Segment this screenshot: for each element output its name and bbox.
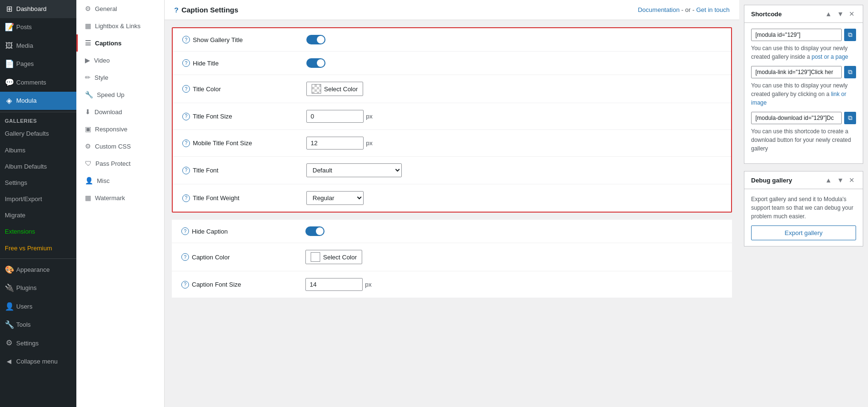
sidebar-item-migrate[interactable]: Migrate [0, 207, 76, 224]
title-font-control: Default Arial Helvetica Georgia Times Ne… [306, 163, 722, 177]
sub-sidebar-style[interactable]: ✏ Style [76, 69, 164, 86]
page-title: ? Caption Settings [174, 6, 238, 14]
shortcode-widget-controls: ▲ ▼ ✕ [824, 10, 856, 18]
show-gallery-title-help[interactable]: ? [182, 36, 190, 43]
hide-caption-toggle[interactable] [305, 226, 324, 236]
title-font-size-help[interactable]: ? [182, 113, 190, 120]
get-in-touch-link[interactable]: Get in touch [696, 6, 730, 13]
shortcode-collapse-down[interactable]: ▼ [836, 10, 845, 18]
sidebar-item-tools[interactable]: 🔧 Tools [0, 316, 76, 334]
shortcode-input-3[interactable] [751, 112, 842, 124]
debug-collapse-down[interactable]: ▼ [836, 176, 845, 184]
pages-icon: 📄 [5, 59, 13, 69]
hide-title-toggle[interactable] [306, 58, 325, 68]
pass-protect-icon: 🛡 [85, 160, 92, 167]
sidebar-item-users[interactable]: 👤 Users [0, 298, 76, 316]
sidebar-item-gallery-defaults[interactable]: Gallery Defaults [0, 126, 76, 142]
mobile-title-font-size-help[interactable]: ? [182, 139, 190, 147]
title-font-help[interactable]: ? [182, 167, 190, 174]
sidebar-item-appearance[interactable]: 🎨 Appearance [0, 261, 76, 279]
sidebar-item-import-export[interactable]: Import/Export [0, 191, 76, 207]
title-font-size-row: ? Title Font Size px [173, 103, 731, 130]
sidebar-item-pages[interactable]: 📄 Pages [0, 55, 76, 73]
sub-sidebar-custom-css[interactable]: ⚙ Custom CSS [76, 138, 164, 155]
copy-shortcode-1[interactable]: ⧉ [844, 29, 856, 41]
sub-sidebar-pass-protect[interactable]: 🛡 Pass Protect [76, 155, 164, 172]
sub-sidebar-misc[interactable]: 👤 Misc [76, 172, 164, 189]
sub-sidebar-captions[interactable]: ☰ Captions [76, 34, 164, 52]
caption-font-size-input[interactable] [305, 278, 363, 291]
download-icon: ⬇ [85, 108, 91, 116]
sidebar-item-extensions[interactable]: Extensions [0, 224, 76, 240]
shortcode-close[interactable]: ✕ [847, 10, 856, 18]
sub-sidebar-lightbox[interactable]: ▦ Lightbox & Links [76, 17, 164, 34]
sub-sidebar-responsive[interactable]: ▣ Responsive [76, 120, 164, 138]
right-sidebar: Shortcode ▲ ▼ ✕ ⧉ You can use this to di… [739, 0, 868, 407]
hide-caption-row: ? Hide Caption [172, 220, 732, 243]
sidebar-item-media[interactable]: 🖼 Media [0, 37, 76, 55]
documentation-link[interactable]: Documentation [638, 6, 680, 13]
title-color-label: ? Title Color [182, 85, 306, 93]
sub-sidebar-video[interactable]: ▶ Video [76, 52, 164, 69]
caption-font-size-unit: px [365, 281, 372, 288]
sidebar-item-plugins[interactable]: 🔌 Plugins [0, 279, 76, 297]
shortcode-collapse-up[interactable]: ▲ [824, 10, 833, 18]
sidebar-item-comments[interactable]: 💬 Comments [0, 74, 76, 92]
sidebar-item-albums[interactable]: Albums [0, 142, 76, 159]
export-gallery-button[interactable]: Export gallery [751, 225, 856, 240]
debug-close[interactable]: ✕ [847, 176, 856, 184]
caption-color-button[interactable]: Select Color [305, 250, 362, 264]
style-icon: ✏ [85, 74, 91, 81]
link-or-image-link[interactable]: link or image [751, 91, 846, 106]
sub-sidebar-watermark[interactable]: ▦ Watermark [76, 189, 164, 206]
title-font-weight-help[interactable]: ? [182, 194, 190, 202]
sidebar-item-free-vs-premium[interactable]: Free vs Premium [0, 240, 76, 257]
title-color-row: ? Title Color Select Color [173, 75, 731, 103]
hide-title-help[interactable]: ? [182, 59, 190, 67]
shortcode-desc-2: You can use this to display your newly c… [751, 81, 856, 107]
title-font-weight-label: ? Title Font Weight [182, 194, 306, 202]
debug-widget: Debug gallery ▲ ▼ ✕ Export gallery and s… [744, 171, 863, 246]
sidebar-item-modula[interactable]: ◈ Modula [0, 92, 76, 110]
shortcode-input-row-1: ⧉ [751, 29, 856, 41]
mobile-title-font-size-input[interactable] [306, 137, 364, 150]
caption-font-size-wrap: px [305, 278, 372, 291]
users-icon: 👤 [5, 301, 13, 312]
hide-caption-help[interactable]: ? [181, 227, 189, 235]
sidebar-item-posts[interactable]: 📝 Posts [0, 18, 76, 36]
menu-divider-2 [0, 258, 76, 259]
shortcode-input-1[interactable] [751, 29, 842, 41]
copy-shortcode-2[interactable]: ⧉ [844, 66, 856, 78]
speed-up-icon: 🔧 [85, 91, 93, 98]
sidebar-item-album-defaults[interactable]: Album Defaults [0, 159, 76, 175]
title-font-weight-select[interactable]: Regular Bold Light Normal [306, 191, 364, 205]
caption-color-help[interactable]: ? [181, 253, 189, 261]
debug-description: Export gallery and send it to Modula's s… [751, 195, 856, 221]
sidebar-item-collapse[interactable]: ◄ Collapse menu [0, 353, 76, 371]
show-gallery-title-row: ? Show Gallery Title [173, 28, 731, 52]
mobile-title-font-size-unit: px [366, 139, 373, 147]
sidebar-item-settings[interactable]: Settings [0, 175, 76, 191]
show-gallery-title-toggle[interactable] [306, 35, 325, 44]
title-font-select[interactable]: Default Arial Helvetica Georgia Times Ne… [306, 163, 402, 177]
title-color-button[interactable]: Select Color [306, 82, 363, 96]
sub-sidebar-download[interactable]: ⬇ Download [76, 103, 164, 120]
title-color-help[interactable]: ? [182, 85, 190, 93]
settings-area: ? Show Gallery Title ? Hide Title [165, 27, 739, 298]
watermark-icon: ▦ [85, 194, 91, 202]
sub-sidebar-general[interactable]: ⚙ General [76, 0, 164, 17]
caption-color-preview [311, 252, 320, 262]
hide-title-row: ? Hide Title [173, 52, 731, 75]
caption-font-size-help[interactable]: ? [181, 281, 189, 289]
copy-shortcode-3[interactable]: ⧉ [844, 112, 856, 124]
sub-sidebar-speed-up[interactable]: 🔧 Speed Up [76, 86, 164, 103]
debug-collapse-up[interactable]: ▲ [824, 176, 833, 184]
post-or-page-link[interactable]: post or a page [812, 54, 848, 60]
sidebar-item-dashboard[interactable]: ⊞ Dashboard [0, 0, 76, 18]
mobile-title-font-size-control: px [306, 137, 722, 150]
sidebar-item-settings-bottom[interactable]: ⚙ Settings [0, 334, 76, 352]
title-font-size-input[interactable] [306, 110, 364, 123]
shortcode-input-2[interactable] [751, 66, 842, 78]
dashboard-icon: ⊞ [5, 4, 13, 14]
debug-widget-controls: ▲ ▼ ✕ [824, 176, 856, 184]
